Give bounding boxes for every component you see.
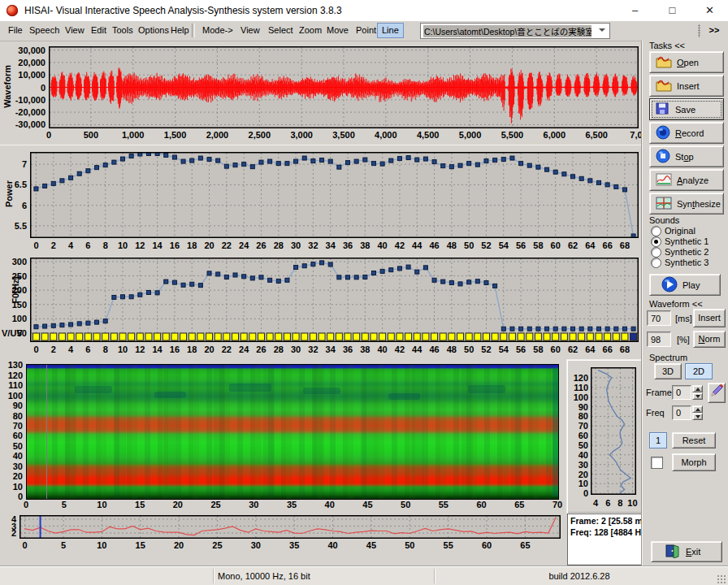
waveform-plot[interactable] [49, 46, 639, 128]
synthesize-button[interactable]: Synthesize [649, 193, 724, 214]
record-icon [656, 125, 670, 141]
y-tick-label: 10,000 [0, 70, 46, 80]
stop-button-label: Stop [675, 152, 694, 162]
y-tick-label: -20,000 [0, 107, 46, 117]
resize-grip[interactable] [717, 574, 726, 584]
waveform-group-header[interactable]: Waveform << [649, 299, 703, 309]
tasks-header[interactable]: Tasks << [649, 41, 685, 50]
x-tick-label: 28 [274, 344, 284, 354]
spectrum-3d-button[interactable]: 3D [654, 363, 682, 379]
spectrum-slice-panel: 468100102030405060708090100110120 [566, 359, 644, 514]
hisai-app-window: { "window": { "title": "HISAI- Visual In… [0, 0, 728, 585]
spin-up-icon[interactable] [692, 385, 703, 392]
f0-plot-section: F0[Hz] V/UV 0246810121416182022242628303… [0, 254, 642, 360]
x-tick-label: 60 [551, 240, 561, 250]
edit-pencil-button[interactable] [708, 383, 726, 403]
residual-plot[interactable] [20, 515, 561, 539]
power-plot-section: Power 0246810121416182022242628303234363… [0, 146, 642, 254]
spectrum-slice-plot[interactable] [591, 367, 636, 495]
norm-button[interactable]: Norm [693, 331, 726, 348]
x-tick-label: 30 [251, 540, 261, 550]
spin-down-icon[interactable] [692, 392, 703, 400]
toolbar-view[interactable]: View [236, 21, 265, 39]
save-button[interactable]: Save [649, 98, 724, 120]
spectrum-2d-button[interactable]: 2D [685, 363, 713, 379]
x-tick-label: 45 [362, 500, 372, 509]
radio-synthetic-3[interactable]: Synthetic 3 [651, 258, 708, 267]
radio-original[interactable]: Original [651, 226, 696, 236]
y-tick-label: 30,000 [0, 46, 46, 55]
analyze-button[interactable]: Analyze [649, 169, 724, 191]
menu-bar: File Speech View Edit Tools Options Help… [0, 21, 728, 41]
toolbar-move[interactable]: Move [322, 21, 353, 39]
toolbar-separator [192, 24, 195, 37]
morph-button[interactable]: Morph [672, 453, 716, 471]
x-tick-label: 64 [585, 344, 595, 354]
spin-down-icon[interactable] [692, 413, 703, 420]
x-tick-label: 66 [603, 344, 613, 354]
morph-checkbox[interactable] [651, 457, 663, 469]
file-path-combobox[interactable]: C:\Users\atomt\Desktop\音とことばの実験室\a-1.wav [420, 23, 610, 39]
frame-cursor-line[interactable] [46, 365, 48, 499]
y-tick-label: 10 [567, 479, 588, 488]
x-tick-label: 2 [51, 240, 56, 250]
menu-view[interactable]: View [60, 21, 89, 39]
norm-percent-input[interactable] [647, 332, 671, 347]
freq-spinner-buttons[interactable] [692, 405, 703, 420]
x-tick-label: 8 [103, 240, 108, 250]
frame-length-input[interactable] [647, 310, 671, 326]
y-tick-label: 50 [0, 441, 23, 451]
x-tick-label: 58 [533, 344, 543, 354]
spin-up-icon[interactable] [692, 405, 703, 413]
record-button[interactable]: Record [649, 122, 724, 144]
y-tick-label: 60 [0, 431, 23, 440]
x-tick-label: 62 [568, 240, 578, 250]
x-tick-label: 50 [405, 540, 414, 550]
x-tick-label: 5 [62, 500, 67, 509]
open-button[interactable]: Open [649, 51, 724, 73]
ms-unit-label: [ms] [675, 314, 692, 323]
menu-speech[interactable]: Speech [24, 21, 64, 39]
toolbar-mode[interactable]: Mode-> [197, 21, 238, 39]
status-build: build 2012.6.28 [431, 569, 728, 583]
y-tick-label: 300 [0, 257, 27, 266]
frame-spinner-buttons[interactable] [692, 385, 703, 400]
frame-spinner-input[interactable] [672, 385, 691, 400]
y-tick-label: 40 [0, 451, 23, 461]
synthesize-icon [656, 197, 672, 211]
layer-one-button[interactable]: 1 [649, 432, 667, 448]
toolbar-select[interactable]: Select [263, 21, 298, 39]
x-tick-label: 16 [170, 344, 180, 354]
play-button[interactable]: Play [649, 274, 721, 296]
exit-button[interactable]: Exit [651, 541, 722, 562]
y-tick-label: 4 [0, 514, 16, 524]
reset-button[interactable]: Reset [672, 432, 716, 448]
radio-synthetic-2[interactable]: Synthetic 2 [651, 247, 708, 257]
freq-spinner-input[interactable] [672, 405, 691, 420]
power-plot[interactable] [30, 152, 639, 238]
f0-plot[interactable] [30, 258, 639, 342]
minimize-button[interactable]: – [617, 0, 653, 21]
toolbar-line-toggle[interactable]: Line [377, 23, 404, 38]
maximize-button[interactable]: □ [654, 0, 691, 21]
menu-help[interactable]: Help [166, 21, 194, 39]
x-tick-label: 35 [287, 500, 297, 509]
app-icon [6, 5, 18, 16]
x-tick-label: 2,000 [206, 130, 229, 140]
spectrogram-plot[interactable] [26, 364, 559, 500]
y-tick-label: 200 [0, 285, 27, 295]
radio-synthetic-1[interactable]: Synthetic 1 [651, 236, 708, 246]
chevron-down-icon[interactable] [595, 24, 609, 36]
x-tick-label: 55 [439, 500, 448, 509]
waveform-insert-button[interactable]: Insert [693, 309, 726, 327]
x-tick-label: 24 [239, 240, 249, 250]
toolbar-overflow-button[interactable]: >> [704, 23, 725, 38]
stop-button[interactable]: Stop [649, 145, 724, 167]
insert-button[interactable]: Insert [649, 75, 724, 97]
close-button[interactable]: ✕ [691, 0, 728, 21]
x-tick-label: 24 [239, 344, 249, 354]
y-tick-label: 7 [0, 159, 27, 169]
y-tick-label: 30 [567, 460, 588, 470]
frame-spinner-label: Frame [646, 388, 672, 397]
sounds-header: Sounds [649, 215, 679, 225]
